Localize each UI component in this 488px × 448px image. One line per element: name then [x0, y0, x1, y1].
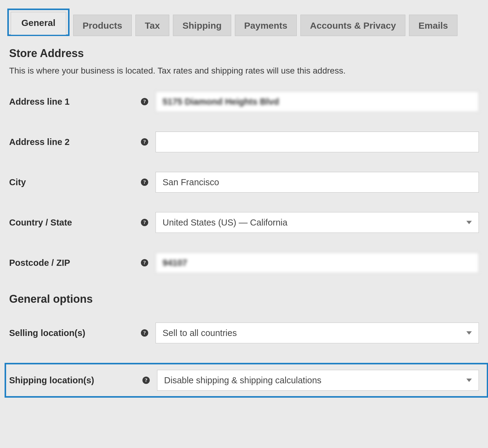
row-city: City ? [9, 172, 479, 193]
row-address-line-1: Address line 1 ? [9, 91, 479, 112]
address-line-2-input[interactable] [156, 132, 479, 152]
general-options-heading: General options [9, 293, 479, 305]
label-postcode: Postcode / ZIP ? [9, 258, 156, 268]
chevron-down-icon [466, 221, 472, 224]
row-selling-locations: Selling location(s) ? Sell to all countr… [9, 323, 479, 343]
row-address-line-2: Address line 2 ? [9, 132, 479, 152]
help-icon[interactable]: ? [141, 98, 148, 105]
label-text: Address line 2 [9, 137, 70, 147]
control-wrap [156, 252, 479, 273]
settings-page: General Products Tax Shipping Payments A… [0, 0, 488, 398]
shipping-locations-select[interactable]: Disable shipping & shipping calculations [157, 370, 479, 391]
control-wrap: United States (US) — California [156, 212, 479, 233]
label-country-state: Country / State ? [9, 218, 156, 228]
label-text: Country / State [9, 218, 72, 228]
help-icon[interactable]: ? [141, 259, 148, 266]
label-text: City [9, 177, 26, 187]
settings-tabs: General Products Tax Shipping Payments A… [7, 9, 479, 36]
city-input[interactable] [156, 172, 479, 193]
control-wrap: Sell to all countries [156, 323, 479, 343]
selling-locations-select[interactable]: Sell to all countries [156, 323, 479, 343]
country-state-select[interactable]: United States (US) — California [156, 212, 479, 233]
label-city: City ? [9, 177, 156, 187]
label-shipping-locations: Shipping location(s) ? [9, 375, 157, 385]
label-selling-locations: Selling location(s) ? [9, 328, 156, 338]
tab-products[interactable]: Products [73, 15, 132, 36]
help-icon[interactable]: ? [142, 377, 150, 384]
select-value: Sell to all countries [163, 328, 237, 338]
label-text: Shipping location(s) [9, 375, 94, 385]
control-wrap: Disable shipping & shipping calculations [157, 370, 479, 391]
label-text: Selling location(s) [9, 328, 85, 338]
help-icon[interactable]: ? [141, 329, 148, 337]
control-wrap [156, 132, 479, 152]
store-address-heading: Store Address [9, 47, 479, 60]
tab-accounts-privacy[interactable]: Accounts & Privacy [300, 15, 405, 36]
store-address-description: This is where your business is located. … [9, 65, 479, 77]
tab-tax[interactable]: Tax [135, 15, 169, 36]
label-address-line-1: Address line 1 ? [9, 97, 156, 107]
help-icon[interactable]: ? [141, 179, 148, 186]
chevron-down-icon [466, 331, 472, 335]
chevron-down-icon [466, 379, 472, 382]
label-text: Address line 1 [9, 97, 70, 107]
control-wrap [156, 172, 479, 193]
row-postcode: Postcode / ZIP ? [9, 252, 479, 273]
row-shipping-locations-highlight: Shipping location(s) ? Disable shipping … [5, 363, 488, 398]
row-country-state: Country / State ? United States (US) — C… [9, 212, 479, 233]
postcode-input[interactable] [156, 252, 479, 273]
label-address-line-2: Address line 2 ? [9, 137, 156, 147]
tab-general-highlight: General [7, 9, 70, 36]
tab-general[interactable]: General [11, 12, 66, 35]
help-icon[interactable]: ? [141, 219, 148, 226]
label-text: Postcode / ZIP [9, 258, 70, 268]
tab-payments[interactable]: Payments [235, 15, 297, 36]
tab-shipping[interactable]: Shipping [173, 15, 231, 36]
select-value: Disable shipping & shipping calculations [164, 375, 321, 385]
tab-emails[interactable]: Emails [409, 15, 458, 36]
select-value: United States (US) — California [163, 218, 287, 228]
control-wrap [156, 91, 479, 112]
address-line-1-input[interactable] [156, 91, 479, 112]
help-icon[interactable]: ? [141, 138, 148, 146]
